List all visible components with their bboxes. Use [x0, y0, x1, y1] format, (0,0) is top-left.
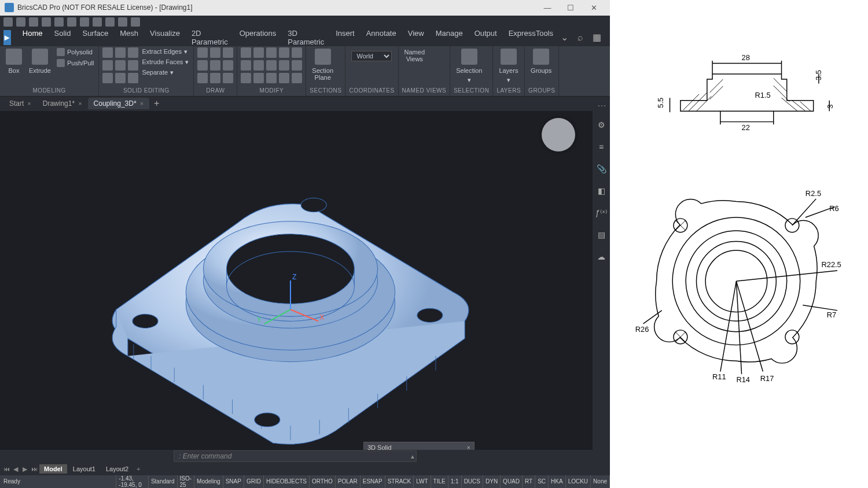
- properties-panel-icon[interactable]: ⚙: [595, 119, 607, 131]
- layout-nav-prev[interactable]: ◀: [12, 465, 20, 473]
- array-icon[interactable]: [292, 60, 302, 71]
- qat-redo-icon[interactable]: [80, 17, 89, 27]
- close-tab-icon[interactable]: ×: [27, 100, 31, 107]
- minimize-button[interactable]: —: [536, 2, 559, 13]
- fillet-icon[interactable]: [266, 60, 277, 71]
- tab-layout2[interactable]: Layout2: [101, 464, 133, 474]
- status-hka[interactable]: HKA: [549, 475, 566, 488]
- menu-operations[interactable]: Operations: [234, 27, 282, 49]
- se-icon-2[interactable]: [115, 47, 126, 58]
- status-sc[interactable]: SC: [535, 475, 549, 488]
- menu-mesh[interactable]: Mesh: [114, 27, 144, 49]
- ucs-select[interactable]: World: [351, 51, 392, 61]
- extend-icon[interactable]: [253, 60, 264, 71]
- extract-edges-button[interactable]: Extract Edges ▾: [141, 47, 190, 56]
- qat-new-icon[interactable]: [3, 17, 13, 27]
- erase-icon[interactable]: [241, 73, 251, 83]
- model-viewport[interactable]: Z Y X 3D Solid× ✂ ColorByLayer Layer0 UC…: [0, 111, 593, 450]
- status-standard[interactable]: Standard: [149, 475, 178, 488]
- draw-hatch-icon[interactable]: [223, 73, 233, 83]
- status-tile[interactable]: TILE: [431, 475, 448, 488]
- search-icon[interactable]: ⌕: [575, 32, 586, 43]
- tab-overflow-icon[interactable]: …: [597, 98, 606, 109]
- named-views-button[interactable]: Named Views: [402, 47, 427, 64]
- layout-nav-first[interactable]: ⏮: [2, 465, 10, 472]
- selection-button[interactable]: Selection▾: [454, 47, 484, 85]
- status-ducs[interactable]: DUCS: [462, 475, 483, 488]
- extrude-button[interactable]: Extrude: [27, 47, 53, 75]
- polysolid-button[interactable]: Polysolid: [56, 47, 95, 57]
- add-tab-button[interactable]: +: [149, 98, 164, 109]
- structure-panel-icon[interactable]: ▤: [595, 229, 607, 241]
- extrude-faces-button[interactable]: Extrude Faces ▾: [141, 58, 190, 66]
- maximize-button[interactable]: ☐: [559, 2, 582, 13]
- copy-icon[interactable]: [253, 47, 264, 58]
- se-icon-4[interactable]: [102, 60, 113, 71]
- layout-nav-last[interactable]: ⏭: [30, 465, 38, 472]
- parameters-panel-icon[interactable]: ƒ⁽ˣ⁾: [595, 207, 607, 219]
- se-icon-6[interactable]: [128, 60, 138, 71]
- status-none[interactable]: None: [591, 475, 610, 488]
- draw-spline-icon[interactable]: [223, 47, 233, 58]
- menu-view[interactable]: View: [402, 27, 430, 49]
- chamfer-icon[interactable]: [279, 60, 289, 71]
- box-button[interactable]: Box: [3, 47, 24, 75]
- status-dyn[interactable]: DYN: [483, 475, 501, 488]
- qat-open-icon[interactable]: [16, 17, 25, 27]
- tab-model[interactable]: Model: [39, 464, 67, 474]
- layout-add[interactable]: +: [134, 465, 142, 472]
- qat-copy-icon[interactable]: [105, 17, 115, 27]
- menu-visualize[interactable]: Visualize: [144, 27, 186, 49]
- command-history-icon[interactable]: ▲: [410, 453, 415, 460]
- panel-label[interactable]: MODELING: [3, 86, 95, 96]
- draw-poly-icon[interactable]: [223, 60, 233, 71]
- offset-icon[interactable]: [266, 73, 277, 83]
- status-esnap[interactable]: ESNAP: [361, 475, 385, 488]
- command-input[interactable]: : Enter command: [174, 450, 417, 462]
- doc-tab-1[interactable]: Drawing1*×: [37, 98, 88, 109]
- scale-icon[interactable]: [292, 47, 302, 58]
- status-grid[interactable]: GRID: [244, 475, 264, 488]
- qat-print-icon[interactable]: [54, 17, 64, 27]
- menu-annotate[interactable]: Annotate: [361, 27, 402, 49]
- qat-refresh-icon[interactable]: [93, 17, 102, 27]
- cloud-panel-icon[interactable]: ☁: [595, 251, 607, 263]
- qat-save-icon[interactable]: [29, 17, 38, 27]
- menu-insert[interactable]: Insert: [330, 27, 361, 49]
- align-icon[interactable]: [292, 73, 302, 83]
- move-icon[interactable]: [241, 47, 251, 58]
- rotate-icon[interactable]: [266, 47, 277, 58]
- chevron-down-icon[interactable]: ⌄: [559, 32, 569, 43]
- draw-circle-icon[interactable]: [197, 47, 208, 58]
- tooltip-close-icon[interactable]: ×: [467, 444, 470, 450]
- se-icon-9[interactable]: [128, 73, 138, 83]
- layout-nav-next[interactable]: ▶: [21, 465, 29, 473]
- materials-panel-icon[interactable]: ◧: [595, 185, 607, 197]
- close-tab-icon[interactable]: ×: [78, 100, 82, 107]
- se-icon-5[interactable]: [115, 60, 126, 71]
- status-locku[interactable]: LOCKU: [566, 475, 591, 488]
- attachments-panel-icon[interactable]: 📎: [595, 163, 607, 175]
- draw-ellipse-icon[interactable]: [197, 60, 208, 71]
- menu-expresstools[interactable]: ExpressTools: [503, 27, 559, 49]
- menu-home[interactable]: Home: [17, 27, 49, 49]
- layers-button[interactable]: Layers▾: [496, 47, 520, 85]
- view-cube[interactable]: [542, 118, 575, 151]
- menu-manage[interactable]: Manage: [430, 27, 469, 49]
- stretch-icon[interactable]: [279, 73, 289, 83]
- bricscad-logo-icon[interactable]: ▸: [3, 30, 11, 45]
- menu-solid[interactable]: Solid: [49, 27, 77, 49]
- groups-button[interactable]: Groups: [528, 47, 554, 75]
- status-ortho[interactable]: ORTHO: [310, 475, 336, 488]
- status-rt[interactable]: RT: [523, 475, 535, 488]
- draw-line-icon[interactable]: [210, 60, 220, 71]
- mirror-icon[interactable]: [279, 47, 289, 58]
- status-polar[interactable]: POLAR: [336, 475, 361, 488]
- menu-2dparametric[interactable]: 2D Parametric: [186, 27, 234, 49]
- menu-surface[interactable]: Surface: [76, 27, 114, 49]
- status-lwt[interactable]: LWT: [414, 475, 431, 488]
- qat-paste-icon[interactable]: [118, 17, 127, 27]
- trim-icon[interactable]: [241, 60, 251, 71]
- se-icon-8[interactable]: [115, 73, 126, 83]
- se-icon-1[interactable]: [102, 47, 113, 58]
